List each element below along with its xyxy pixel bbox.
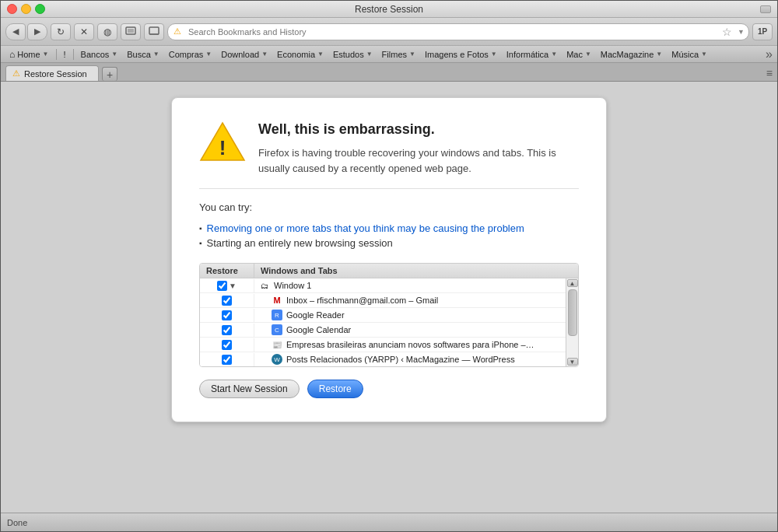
bookmark-exclamation-label: ! [64, 50, 66, 59]
chevron-down-icon: ▼ [366, 51, 373, 58]
restore-checkbox[interactable] [222, 340, 232, 350]
suggestion-text: Starting an entirely new browsing sessio… [207, 237, 393, 249]
new-tab-button[interactable]: + [102, 67, 117, 81]
tab-title: Google Reader [286, 310, 345, 320]
title-bar: Restore Session [1, 1, 777, 18]
tab-name-cell: M Inbox – rfischmann@gmail.com – Gmail [254, 293, 566, 307]
restore-checkbox[interactable] [222, 325, 232, 335]
page-area: MacMagazine.com.br ! Well, this is embar… [1, 82, 777, 513]
tab-warning-icon: ⚠ [12, 68, 20, 79]
separator [56, 49, 57, 60]
bookmark-informatica-label: Informática [506, 50, 548, 59]
bookmarks-overflow-icon[interactable]: » [766, 47, 773, 61]
bookmark-exclamation[interactable]: ! [60, 49, 70, 60]
bookmark-home[interactable]: ⌂ Home ▼ [5, 48, 53, 61]
window-controls [7, 4, 45, 14]
scrollbar-thumb[interactable] [568, 289, 577, 336]
restore-checkbox[interactable] [222, 355, 232, 365]
error-suggestions: Removing one or more tabs that you think… [199, 221, 579, 250]
tab-name-cell: W Posts Relacionados (YARPP) ‹ MacMagazi… [254, 352, 566, 366]
chevron-down-icon: ▼ [205, 51, 212, 58]
bookmark-busca[interactable]: Busca ▼ [123, 49, 163, 60]
tab-name-cell: 🗂 Window 1 [254, 278, 566, 292]
chevron-down-icon: ▼ [491, 51, 497, 58]
svg-text:!: ! [219, 136, 226, 159]
bookmark-imagens[interactable]: Imagens e Fotos ▼ [421, 49, 501, 60]
bookmark-manager-button[interactable] [121, 23, 141, 40]
reader-icon: R [272, 310, 282, 320]
scrollbar[interactable]: ▲ ▼ [566, 278, 578, 366]
bookmark-busca-label: Busca [127, 50, 151, 59]
status-bar: Done [1, 513, 777, 531]
bookmark-bancos[interactable]: Bancos ▼ [77, 49, 122, 60]
restore-checkbox[interactable] [222, 296, 232, 306]
session-table-body[interactable]: ▼ 🗂 Window 1 [200, 278, 566, 366]
active-tab[interactable]: ⚠ Restore Session [5, 65, 99, 81]
bookmark-informatica[interactable]: Informática ▼ [503, 49, 561, 60]
reload-button[interactable]: ↻ [51, 23, 71, 40]
chevron-down-icon: ▼ [317, 51, 324, 58]
bookmark-star-icon[interactable]: ☆ [722, 26, 732, 38]
error-description: Firefox is having trouble recovering you… [258, 145, 579, 176]
bookmark-filmes-label: Filmes [382, 50, 407, 59]
bookmark-macmagazine[interactable]: MacMagazine ▼ [597, 49, 666, 60]
bookmark-mac[interactable]: Mac ▼ [562, 49, 595, 60]
chevron-down-icon: ▼ [261, 51, 268, 58]
search-input[interactable] [167, 23, 749, 40]
status-text: Done [7, 518, 27, 527]
profile-button[interactable]: 1P [752, 23, 773, 40]
tab-title: Empresas brasileiras anunciam novos soft… [286, 340, 535, 349]
bookmark-bancos-label: Bancos [81, 50, 110, 59]
bookmark-filmes[interactable]: Filmes ▼ [378, 49, 419, 60]
bookmark-mac-label: Mac [566, 50, 583, 59]
restore-checkbox[interactable] [222, 310, 232, 320]
stop-button[interactable]: ✕ [74, 23, 94, 40]
tab-title: Window 1 [274, 281, 311, 290]
suggestion-link[interactable]: Removing one or more tabs that you think… [207, 222, 524, 234]
bookmark-estudos-label: Estudos [333, 50, 364, 59]
maximize-button[interactable] [35, 4, 45, 14]
restore-checkbox[interactable] [217, 281, 227, 291]
error-card: ! Well, this is embarrassing. Firefox is… [171, 97, 607, 422]
restore-checkbox-cell [200, 353, 254, 366]
tab-name-cell: R Google Reader [254, 308, 566, 322]
scroll-up-button[interactable]: ▲ [567, 279, 578, 287]
restore-button[interactable]: Restore [307, 380, 363, 398]
session-table: Restore Windows and Tabs ▼ 🗂 [199, 263, 579, 367]
bookmark-download[interactable]: Download ▼ [217, 49, 272, 60]
bookmark-macmagazine-label: MacMagazine [601, 50, 654, 59]
error-header: ! Well, this is embarrassing. Firefox is… [199, 121, 579, 189]
svg-rect-2 [149, 27, 159, 34]
session-table-body-wrapper: ▼ 🗂 Window 1 [200, 278, 578, 366]
bookmark-compras[interactable]: Compras ▼ [165, 49, 216, 60]
suggestion-item: Removing one or more tabs that you think… [199, 221, 579, 236]
bookmark-musica[interactable]: Música ▼ [668, 49, 711, 60]
scroll-down-button[interactable]: ▼ [567, 358, 578, 366]
chevron-down-icon: ▼ [701, 51, 707, 58]
chevron-down-icon: ▼ [111, 51, 117, 58]
chevron-down-icon: ▼ [153, 51, 159, 58]
expand-arrow[interactable]: ▼ [229, 282, 237, 290]
error-title: Well, this is embarrassing. [258, 121, 579, 138]
bookmark-economia[interactable]: Economia ▼ [273, 49, 328, 60]
bookmark-musica-label: Música [671, 50, 699, 59]
back-button[interactable]: ◀ [5, 23, 26, 40]
fullscreen-button[interactable] [144, 23, 164, 40]
warning-triangle-icon: ! [199, 121, 246, 162]
action-buttons: Start New Session Restore [199, 380, 579, 398]
minimize-button[interactable] [21, 4, 31, 14]
close-button[interactable] [7, 4, 17, 14]
history-button[interactable]: ◍ [97, 23, 117, 40]
nav-buttons: ◀ ▶ [5, 23, 47, 40]
chevron-down-icon: ▼ [656, 51, 662, 58]
window-title: Restore Session [355, 4, 423, 15]
tab-list-icon[interactable]: ≡ [766, 67, 773, 81]
start-new-session-button[interactable]: Start New Session [199, 380, 300, 398]
forward-button[interactable]: ▶ [27, 23, 47, 40]
separator [73, 49, 74, 60]
search-dropdown-icon[interactable]: ▼ [738, 28, 745, 36]
bookmark-estudos[interactable]: Estudos ▼ [329, 49, 377, 60]
browser-window: Restore Session ◀ ▶ ↻ ✕ ◍ ⚠ ☆ ▼ [0, 0, 778, 532]
chevron-down-icon: ▼ [409, 51, 415, 58]
folder-icon: 🗂 [259, 280, 270, 291]
